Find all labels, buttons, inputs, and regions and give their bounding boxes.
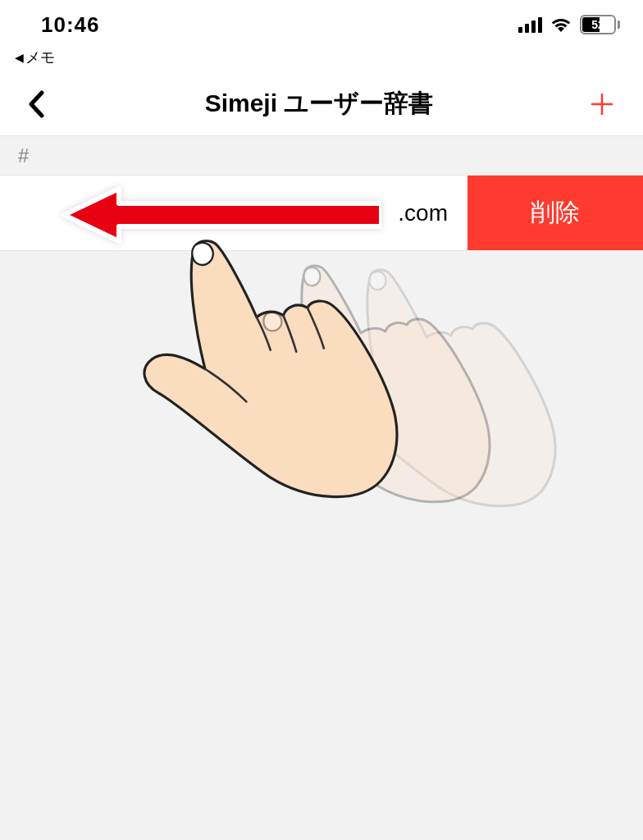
back-to-app[interactable]: ◀ メモ	[0, 49, 643, 72]
hand-icon	[133, 240, 417, 507]
swipe-arrow	[62, 186, 381, 244]
add-button[interactable]	[586, 88, 618, 121]
status-time: 10:46	[41, 12, 100, 38]
cellular-signal-icon	[518, 16, 542, 33]
page-title: Simeji ユーザー辞書	[205, 87, 434, 121]
status-bar: 10:46 52	[0, 0, 643, 49]
wifi-icon	[550, 16, 572, 33]
battery-percent: 52	[581, 18, 614, 31]
chevron-left-icon	[27, 90, 45, 118]
back-button[interactable]	[20, 88, 52, 121]
battery-icon: 52	[580, 15, 620, 34]
section-header: #	[0, 136, 643, 176]
nav-bar: Simeji ユーザー辞書	[0, 72, 643, 136]
status-icons: 52	[518, 15, 620, 34]
caret-left-icon: ◀	[15, 49, 24, 66]
plus-icon	[591, 93, 613, 116]
back-to-app-label: メモ	[25, 49, 55, 66]
delete-button[interactable]: 削除	[467, 176, 643, 250]
row-text: .com	[398, 200, 448, 226]
